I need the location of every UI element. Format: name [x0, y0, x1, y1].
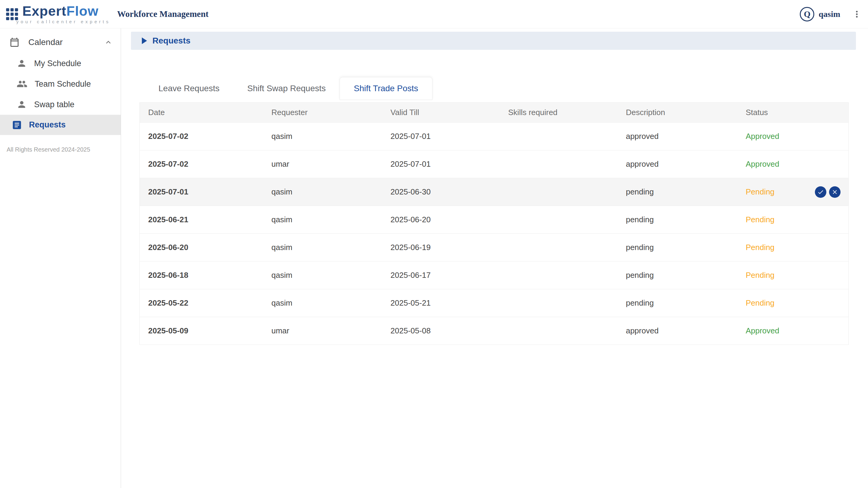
cell-requester: umar: [263, 150, 382, 178]
column-header-status: Status: [737, 103, 849, 123]
avatar-initial: Q: [804, 9, 811, 19]
tab-shift-swap-requests[interactable]: Shift Swap Requests: [233, 77, 340, 100]
sidebar-item-requests[interactable]: Requests: [0, 115, 121, 135]
tab-shift-trade-posts[interactable]: Shift Trade Posts: [340, 77, 432, 100]
table-row[interactable]: 2025-06-18qasim2025-06-17pendingPending: [140, 261, 849, 289]
sidebar-section-calendar[interactable]: Calendar: [0, 31, 121, 53]
cell-requester: umar: [263, 317, 382, 345]
tab-leave-requests[interactable]: Leave Requests: [145, 77, 233, 100]
header-right: Q qasim: [800, 7, 862, 22]
sidebar: Calendar My Schedule Team Schedule Swap …: [0, 28, 121, 488]
cell-status: Pending: [737, 289, 849, 317]
sidebar-item-label: Swap table: [34, 100, 74, 109]
requests-banner[interactable]: Requests: [131, 32, 856, 50]
table-row[interactable]: 2025-06-21qasim2025-06-20pendingPending: [140, 206, 849, 234]
status-text: Pending: [746, 215, 774, 224]
person-icon: [17, 99, 27, 110]
table-row[interactable]: 2025-07-01qasim2025-06-30pendingPending: [140, 178, 849, 206]
status-text: Pending: [746, 187, 774, 196]
reject-button[interactable]: [829, 186, 840, 198]
sidebar-section-label: Calendar: [28, 37, 63, 47]
expertflow-logo: ExpertFlow your callcenter experts: [5, 4, 111, 24]
person-icon: [17, 58, 27, 68]
table-row[interactable]: 2025-06-20qasim2025-06-19pendingPending: [140, 234, 849, 261]
list-icon: [11, 120, 22, 131]
cell-date: 2025-05-09: [140, 317, 263, 345]
cell-requester: qasim: [263, 178, 382, 206]
table-row[interactable]: 2025-07-02umar2025-07-01approvedApproved: [140, 150, 849, 178]
cell-status: Pending: [737, 234, 849, 261]
cell-requester: qasim: [263, 234, 382, 261]
cell-date: 2025-07-02: [140, 123, 263, 150]
play-triangle-icon: [142, 37, 147, 44]
cell-skills: [500, 206, 618, 234]
status-text: Approved: [746, 160, 779, 169]
sidebar-item-swap-table[interactable]: Swap table: [0, 94, 121, 115]
cell-status: Pending: [737, 178, 849, 206]
column-header-skills-required: Skills required: [500, 103, 618, 123]
status-text: Approved: [746, 132, 779, 141]
cell-description: approved: [618, 150, 737, 178]
logo-word-flow: Flow: [66, 3, 98, 19]
cell-description: approved: [618, 317, 737, 345]
status-text: Approved: [746, 326, 779, 335]
table-row[interactable]: 2025-05-09umar2025-05-08approvedApproved: [140, 317, 849, 345]
column-header-valid-till: Valid Till: [382, 103, 500, 123]
table-header-row: Date Requester Valid Till Skills require…: [140, 103, 849, 123]
column-header-date: Date: [140, 103, 263, 123]
cell-date: 2025-06-21: [140, 206, 263, 234]
username[interactable]: qasim: [818, 9, 840, 19]
status-text: Pending: [746, 243, 774, 252]
cell-status: Pending: [737, 206, 849, 234]
cell-date: 2025-06-20: [140, 234, 263, 261]
page-title: Workforce Management: [117, 9, 209, 19]
sidebar-item-label: Team Schedule: [35, 79, 91, 89]
cell-status: Approved: [737, 317, 849, 345]
cell-valid-till: 2025-06-20: [382, 206, 500, 234]
cell-description: pending: [618, 206, 737, 234]
sidebar-item-my-schedule[interactable]: My Schedule: [0, 53, 121, 74]
cell-valid-till: 2025-05-21: [382, 289, 500, 317]
cell-skills: [500, 150, 618, 178]
table-row[interactable]: 2025-05-22qasim2025-05-21pendingPending: [140, 289, 849, 317]
cell-description: pending: [618, 178, 737, 206]
sidebar-item-label: My Schedule: [34, 59, 81, 68]
cell-status: Pending: [737, 261, 849, 289]
cell-description: pending: [618, 234, 737, 261]
cell-skills: [500, 234, 618, 261]
sidebar-item-label: Requests: [29, 120, 66, 130]
cell-requester: qasim: [263, 123, 382, 150]
row-actions: [815, 186, 840, 198]
cell-skills: [500, 289, 618, 317]
logo-text: ExpertFlow your callcenter experts: [22, 4, 111, 24]
cell-skills: [500, 178, 618, 206]
table-row[interactable]: 2025-07-02qasim2025-07-01approvedApprove…: [140, 123, 849, 150]
chevron-up-icon[interactable]: [104, 38, 113, 47]
kebab-menu-button[interactable]: [852, 9, 862, 19]
cell-valid-till: 2025-07-01: [382, 123, 500, 150]
people-icon: [17, 79, 28, 89]
cell-date: 2025-07-01: [140, 178, 263, 206]
cell-valid-till: 2025-06-17: [382, 261, 500, 289]
cell-requester: qasim: [263, 289, 382, 317]
body-row: Calendar My Schedule Team Schedule Swap …: [0, 28, 868, 488]
cell-requester: qasim: [263, 261, 382, 289]
cell-date: 2025-07-02: [140, 150, 263, 178]
check-icon: [817, 189, 824, 195]
logo-word-expert: Expert: [22, 3, 66, 19]
logo-tagline: your callcenter experts: [16, 19, 111, 24]
status-text: Pending: [746, 298, 774, 308]
shift-trade-posts-table: Date Requester Valid Till Skills require…: [140, 103, 849, 345]
cell-requester: qasim: [263, 206, 382, 234]
cell-valid-till: 2025-05-08: [382, 317, 500, 345]
cell-description: approved: [618, 123, 737, 150]
approve-button[interactable]: [815, 186, 826, 198]
cell-skills: [500, 123, 618, 150]
cell-valid-till: 2025-06-19: [382, 234, 500, 261]
avatar[interactable]: Q: [800, 7, 814, 22]
cell-status: Approved: [737, 150, 849, 178]
sidebar-item-team-schedule[interactable]: Team Schedule: [0, 74, 121, 94]
cell-skills: [500, 261, 618, 289]
cell-date: 2025-05-22: [140, 289, 263, 317]
app-header: ExpertFlow your callcenter experts Workf…: [0, 0, 868, 28]
